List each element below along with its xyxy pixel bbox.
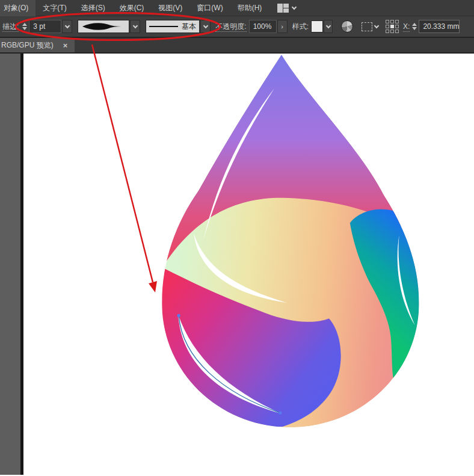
panel-divider — [20, 54, 23, 475]
selection-bounds-icon — [362, 22, 372, 31]
tools-panel-edge — [0, 54, 20, 475]
document-tab[interactable]: RGB/GPU 预览) × — [0, 38, 75, 52]
brush-chevron[interactable] — [200, 20, 211, 33]
x-label[interactable]: X: — [403, 22, 410, 31]
align-options-button[interactable] — [362, 22, 378, 31]
chevron-down-icon — [292, 4, 297, 9]
chevron-down-icon — [374, 23, 379, 28]
control-bar: 描边: 3 pt 基本 不透明度: 100% › 样式: — [0, 16, 474, 38]
ref-cell — [386, 20, 389, 23]
stroke-weight-field[interactable]: 3 pt — [29, 20, 61, 33]
stroke-weight-dropdown[interactable] — [62, 20, 72, 33]
brush-dropdown[interactable]: 基本 — [146, 20, 200, 33]
opacity-label[interactable]: 不透明度: — [215, 22, 246, 32]
opacity-more-button[interactable]: › — [277, 20, 288, 33]
brush-stroke-icon — [149, 26, 178, 27]
opacity-field[interactable]: 100% — [249, 20, 277, 33]
chevron-down-icon — [325, 23, 330, 28]
brush-name: 基本 — [182, 22, 196, 32]
recolor-artwork-icon[interactable] — [341, 20, 353, 32]
stepper-down-icon — [22, 27, 27, 30]
canvas-area[interactable] — [0, 54, 474, 475]
menu-object[interactable]: 对象(O) — [0, 0, 35, 16]
tab-close-icon[interactable]: × — [63, 41, 68, 50]
menu-view[interactable]: 视图(V) — [151, 0, 189, 16]
arrange-documents-icon — [277, 4, 289, 13]
x-position-field[interactable]: 20.333 mm — [419, 20, 460, 33]
menu-help[interactable]: 帮助(H) — [230, 0, 269, 16]
ref-cell — [386, 29, 389, 33]
menu-select[interactable]: 选择(S) — [74, 0, 112, 16]
menu-bar: 对象(O) 文字(T) 选择(S) 效果(C) 视图(V) 窗口(W) 帮助(H… — [0, 0, 474, 16]
ref-cell — [395, 25, 399, 28]
width-profile-chevron[interactable] — [130, 20, 140, 33]
document-tab-bar: RGB/GPU 预览) × — [0, 38, 474, 54]
menu-effect[interactable]: 效果(C) — [112, 0, 152, 16]
reference-point-grid[interactable] — [386, 20, 399, 33]
width-profile-icon — [81, 21, 126, 32]
drop-shape-group — [158, 54, 423, 427]
style-label: 样式: — [292, 22, 309, 32]
anchor-dot — [177, 314, 180, 317]
menu-type[interactable]: 文字(T) — [35, 0, 73, 16]
width-profile-dropdown[interactable] — [78, 20, 129, 33]
ref-cell — [395, 29, 399, 33]
stroke-label[interactable]: 描边: — [2, 22, 19, 32]
chevron-down-icon — [133, 23, 138, 28]
style-chevron[interactable] — [324, 20, 333, 33]
ref-cell — [390, 20, 394, 23]
stepper-up-icon — [22, 23, 27, 26]
stepper-up-icon — [412, 23, 417, 26]
stepper-down-icon — [412, 27, 417, 30]
ref-cell-center — [390, 25, 394, 28]
ref-cell — [386, 25, 389, 28]
ref-cell — [390, 29, 394, 33]
illustrator-window: 对象(O) 文字(T) 选择(S) 效果(C) 视图(V) 窗口(W) 帮助(H… — [0, 0, 474, 476]
anchor-dot — [279, 412, 282, 415]
water-drop-artwork[interactable] — [24, 54, 474, 475]
stroke-weight-stepper[interactable] — [22, 23, 27, 30]
arrange-documents-button[interactable] — [277, 4, 296, 13]
ref-cell — [395, 20, 399, 23]
chevron-down-icon — [65, 23, 70, 28]
menu-window[interactable]: 窗口(W) — [189, 0, 230, 16]
document-tab-title: RGB/GPU 预览) — [1, 40, 54, 51]
x-stepper[interactable] — [412, 23, 417, 30]
chevron-down-icon — [203, 23, 208, 28]
style-swatch[interactable] — [311, 20, 323, 32]
